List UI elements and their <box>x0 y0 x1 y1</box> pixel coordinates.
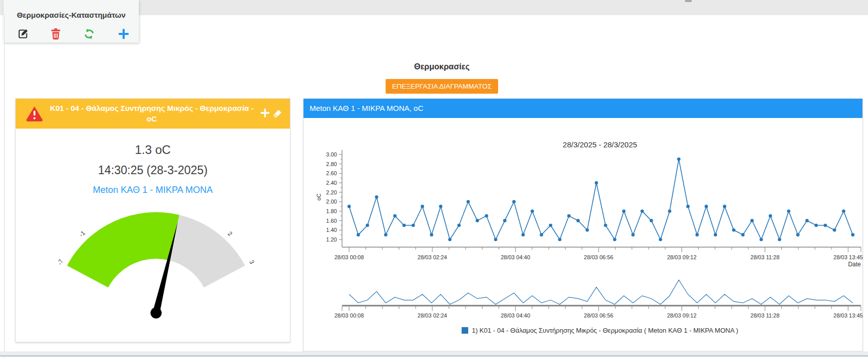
svg-text:-1: -1 <box>78 229 87 238</box>
svg-text:28/03 04:40: 28/03 04:40 <box>501 254 530 260</box>
svg-text:1.80: 1.80 <box>326 208 337 214</box>
svg-text:28/03 09:12: 28/03 09:12 <box>667 254 696 260</box>
add-icon[interactable] <box>118 28 129 39</box>
svg-text:2.80: 2.80 <box>326 161 337 167</box>
refresh-icon[interactable] <box>84 28 95 39</box>
svg-text:3: 3 <box>248 259 256 265</box>
svg-text:28/03 06:56: 28/03 06:56 <box>584 254 613 260</box>
svg-text:28/03 11:28: 28/03 11:28 <box>750 254 779 260</box>
svg-text:2.00: 2.00 <box>326 198 337 205</box>
gauge-timestamp: 14:30:25 (28-3-2025) <box>16 164 290 177</box>
svg-text:28/03 02:24: 28/03 02:24 <box>418 312 447 319</box>
svg-text:Date: Date <box>848 261 861 268</box>
svg-text:28/03 11:28: 28/03 11:28 <box>750 312 779 319</box>
sensor-link[interactable]: Meton ΚΑΘ 1 - ΜΙΚΡΑ ΜΟΝΑ <box>16 185 290 195</box>
next-panel-edge <box>0 355 868 356</box>
svg-text:28/03 13:45: 28/03 13:45 <box>834 254 863 260</box>
gauge-current-value: 1.3 oC <box>16 143 290 157</box>
gauge-card-header: K01 - 04 - Θάλαμος Συντήρησης Μικρός - Θ… <box>16 99 290 129</box>
svg-text:oC: oC <box>316 193 322 201</box>
bottom-strip <box>0 351 868 355</box>
svg-text:1.40: 1.40 <box>326 227 337 233</box>
gauge: -7-123 <box>16 211 291 343</box>
legend-item[interactable]: 1) K01 - 04 - Θάλαμος Συντήρησης Μικρός … <box>342 327 858 334</box>
svg-text:28/03 13:45: 28/03 13:45 <box>834 312 863 319</box>
content-left-border <box>4 15 5 358</box>
svg-text:1.60: 1.60 <box>326 218 337 224</box>
svg-text:2.40: 2.40 <box>326 180 337 186</box>
svg-text:28/03 09:12: 28/03 09:12 <box>667 312 696 319</box>
add-series-icon[interactable] <box>260 108 272 120</box>
legend-label: 1) K01 - 04 - Θάλαμος Συντήρησης Μικρός … <box>472 327 738 334</box>
chart-card-header: Meton ΚΑΘ 1 - ΜΙΚΡΑ ΜΟΝΑ, oC <box>304 99 862 118</box>
page-title: Θερμοκρασίες <box>20 62 863 71</box>
edit-chart-button[interactable]: ΕΠΕΞΕΡΓΑΣΙΑ ΔΙΑΓΡΑΜΜΑΤΟΣ <box>386 79 499 94</box>
warning-icon <box>26 105 43 122</box>
gauge-card: K01 - 04 - Θάλαμος Συντήρησης Μικρός - Θ… <box>15 98 290 342</box>
svg-text:2.60: 2.60 <box>326 170 337 176</box>
svg-text:3.00: 3.00 <box>326 151 337 157</box>
delete-icon[interactable] <box>51 28 62 39</box>
svg-text:28/03 00:08: 28/03 00:08 <box>334 312 364 319</box>
svg-text:28/03 00:08: 28/03 00:08 <box>334 254 364 260</box>
svg-text:1.20: 1.20 <box>326 236 337 243</box>
scrollbar-thumb[interactable] <box>685 0 692 2</box>
edit-chart-button-row: ΕΠΕΞΕΡΓΑΣΙΑ ΔΙΑΓΡΑΜΜΑΤΟΣ <box>20 79 863 94</box>
chart-card: Meton ΚΑΘ 1 - ΜΙΚΡΑ ΜΟΝΑ, oC 28/3/2025 -… <box>303 98 863 351</box>
line-chart: 1.201.401.601.802.002.202.402.602.803.00… <box>304 118 863 326</box>
svg-text:28/03 04:40: 28/03 04:40 <box>501 312 530 319</box>
svg-text:2: 2 <box>227 230 234 237</box>
eraser-icon[interactable] <box>272 108 283 120</box>
edit-icon[interactable] <box>18 28 29 39</box>
panel-tab-title: Θερμοκρασίες-Καταστημάτων <box>4 0 139 19</box>
svg-text:2.20: 2.20 <box>326 189 337 195</box>
svg-text:28/03 02:24: 28/03 02:24 <box>418 254 447 260</box>
svg-text:-7: -7 <box>56 258 65 266</box>
legend-swatch <box>462 327 468 334</box>
panel-tab-temperatures[interactable]: Θερμοκρασίες-Καταστημάτων <box>4 0 139 43</box>
gauge-card-title: K01 - 04 - Θάλαμος Συντήρησης Μικρός - Θ… <box>43 103 260 124</box>
svg-text:28/03 06:56: 28/03 06:56 <box>584 312 613 319</box>
